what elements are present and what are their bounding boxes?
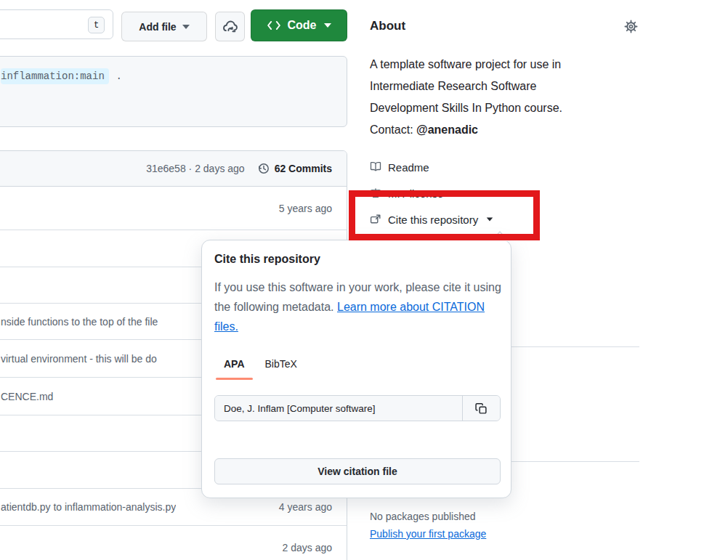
copy-citation-button[interactable] (462, 396, 500, 421)
cite-label: Cite this repository (388, 214, 478, 226)
publish-package-link[interactable]: Publish your first package (370, 528, 486, 540)
cloud-sync-icon (222, 19, 238, 35)
dot-separator: · (189, 163, 193, 174)
go-to-file-search[interactable]: t (0, 9, 113, 39)
about-links: Readme MIT license Cite this repository (370, 154, 588, 232)
code-button-label: Code (288, 19, 317, 32)
license-label: MIT license (388, 187, 443, 200)
readme-code-snippet: inflammation:main . (0, 56, 347, 127)
commits-count-label: 62 Commits (275, 163, 332, 174)
code-button[interactable]: Code (251, 9, 347, 41)
citation-input-group (214, 395, 501, 421)
commit-date: 2 days ago (195, 163, 245, 174)
repo-description: A template software project for use in I… (370, 54, 631, 119)
readme-link[interactable]: Readme (370, 154, 588, 180)
copy-icon (475, 402, 488, 415)
table-row[interactable]: 2 days ago (0, 526, 347, 560)
row-date: 2 days ago (283, 542, 333, 553)
book-icon (370, 161, 381, 173)
license-link[interactable]: MIT license (370, 180, 588, 206)
popup-body-text: If you use this software in your work, p… (214, 277, 503, 336)
table-row[interactable]: 5 years ago (0, 187, 347, 230)
code-icon (267, 20, 280, 31)
add-file-button[interactable]: Add file (121, 12, 207, 41)
citation-text-input[interactable] (215, 396, 462, 421)
packages-status: No packages published (370, 511, 476, 522)
commit-message[interactable]: atientdb.py to inflammation-analysis.py (1, 501, 176, 513)
branch-code-span: inflammation:main (1, 68, 109, 84)
law-scales-icon (370, 187, 381, 199)
commit-sha-and-date[interactable]: 31e6e58 · 2 days ago (146, 163, 244, 174)
add-file-label: Add file (139, 21, 176, 33)
commit-message[interactable]: CENCE.md (1, 391, 53, 402)
contact-handle[interactable]: @anenadic (416, 123, 478, 136)
view-citation-file-button[interactable]: View citation file (214, 458, 501, 484)
chevron-down-icon (182, 25, 190, 29)
popup-title: Cite this repository (214, 253, 320, 266)
snippet-suffix: . (116, 70, 121, 82)
latest-commit-bar: 31e6e58 · 2 days ago 62 Commits (0, 151, 347, 187)
chevron-down-icon (487, 217, 493, 221)
codespaces-cloud-button[interactable] (215, 12, 245, 41)
commit-message[interactable]: virtual environment - this will be do (1, 353, 157, 365)
readme-label: Readme (388, 161, 429, 174)
history-icon (258, 163, 270, 174)
tab-bibtex[interactable]: BibTeX (255, 351, 307, 380)
about-heading: About (370, 19, 405, 33)
row-date: 4 years ago (279, 501, 332, 513)
contact-label: Contact: (370, 123, 416, 136)
cite-this-repository-link[interactable]: Cite this repository (370, 206, 588, 232)
chevron-down-icon (324, 23, 331, 28)
cite-repository-popup: Cite this repository If you use this sof… (201, 240, 511, 498)
cross-reference-icon (370, 214, 381, 225)
row-date: 5 years ago (279, 203, 332, 214)
shortcut-keycap: t (88, 17, 105, 33)
citation-format-tabs: APA BibTeX (214, 351, 307, 380)
commit-message[interactable]: nside functions to the top of the file (1, 316, 158, 328)
tab-apa[interactable]: APA (214, 351, 255, 380)
commit-history-link[interactable]: 62 Commits (258, 163, 332, 174)
commit-sha[interactable]: 31e6e58 (146, 163, 186, 174)
gear-icon[interactable] (624, 20, 638, 33)
repo-contact: Contact: @anenadic (370, 119, 478, 141)
